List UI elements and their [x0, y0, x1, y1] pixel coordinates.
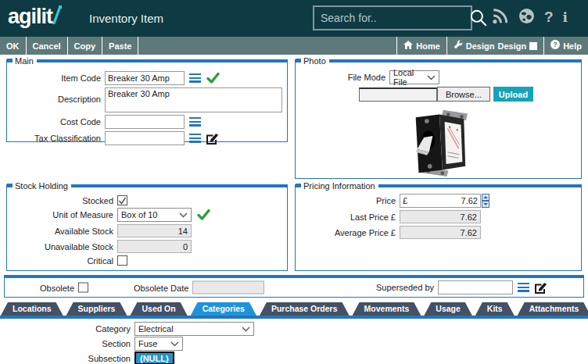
design-button[interactable]: DesignDesign [446, 37, 543, 55]
file-mode-select[interactable]: Local File [389, 70, 439, 84]
ok-button[interactable]: OK [0, 37, 27, 55]
stock-holding-panel: Stock Holding Stocked Unit of Measure Bo… [6, 184, 288, 271]
info-icon[interactable]: i [563, 9, 568, 26]
item-code-lookup-icon[interactable] [189, 73, 201, 83]
last-price-label: Last Price £ [300, 212, 400, 222]
chevron-down-icon [179, 212, 188, 218]
upload-button[interactable]: Upload [493, 87, 533, 102]
legend-bullet [7, 184, 13, 187]
logo-text: agilit [8, 5, 52, 28]
price-input[interactable]: £ 7.62 [400, 194, 481, 208]
stocked-checkbox[interactable] [117, 195, 127, 205]
item-code-input[interactable] [105, 71, 185, 85]
design-checkbox[interactable] [529, 42, 537, 50]
cancel-button[interactable]: Cancel [27, 37, 68, 55]
photo-panel: Photo File Mode Local File Browse... Upl… [295, 59, 582, 179]
item-code-valid-check-icon [206, 73, 220, 84]
cost-code-input[interactable] [105, 115, 185, 129]
tab-categories[interactable]: Categories [191, 302, 256, 316]
file-path-input[interactable] [359, 87, 437, 102]
globe-icon[interactable] [518, 8, 535, 26]
search-input[interactable] [314, 12, 468, 24]
last-price-value: 7.62 [400, 210, 481, 223]
cost-code-lookup-icon[interactable] [189, 117, 201, 127]
subsection-label: Subsection [0, 354, 134, 363]
item-photo-circuit-breaker [402, 108, 477, 178]
agility-logo: agilit/ [8, 5, 59, 29]
unavailable-stock-label: Unavailable Stock [12, 242, 117, 252]
available-stock-value: 14 [117, 224, 192, 237]
paste-button[interactable]: Paste [102, 37, 138, 55]
question-icon[interactable]: ? [544, 9, 554, 26]
available-stock-label: Available Stock [12, 227, 117, 236]
logo-slash: / [52, 5, 59, 28]
main-legend: Main [15, 56, 34, 66]
search-box[interactable] [313, 5, 472, 30]
tax-classification-input[interactable] [105, 131, 185, 145]
tax-classification-edit-icon[interactable] [206, 133, 219, 145]
chevron-down-icon [427, 75, 436, 80]
stocked-label: Stocked [12, 196, 117, 205]
help-button[interactable]: ? Help [543, 37, 588, 55]
superseded-by-input[interactable] [438, 280, 513, 294]
tab-suppliers[interactable]: Suppliers [66, 302, 127, 316]
toolbar-left-group: OK Cancel Copy Paste [0, 37, 138, 55]
toolbar-right-group: Home DesignDesign ? Help [396, 37, 588, 55]
logo-dot [59, 5, 62, 9]
tab-attachments[interactable]: Attachments [518, 302, 588, 316]
legend-bullet [296, 59, 301, 62]
pricing-information-panel: Pricing Information Price £ 7.62 Last Pr… [295, 184, 582, 271]
section-select[interactable]: Fuse [134, 337, 183, 351]
obsolete-checkbox[interactable] [78, 283, 88, 293]
rss-icon[interactable] [492, 8, 509, 26]
tab-usage[interactable]: Usage [424, 302, 472, 316]
uom-valid-check-icon [197, 209, 210, 220]
tab-underline [0, 316, 588, 319]
pricing-legend: Pricing Information [303, 181, 375, 191]
tax-classification-lookup-icon[interactable] [189, 134, 201, 143]
home-button[interactable]: Home [396, 37, 446, 55]
superseded-by-lookup-icon[interactable] [518, 283, 529, 292]
page-title: Inventory Item [89, 12, 163, 25]
unit-of-measure-label: Unit of Measure [12, 210, 117, 219]
svg-text:?: ? [553, 41, 558, 48]
critical-checkbox[interactable] [117, 255, 127, 266]
tab-locations[interactable]: Locations [1, 302, 63, 316]
home-icon [403, 37, 413, 55]
browse-button[interactable]: Browse... [437, 87, 490, 102]
price-spinner[interactable] [482, 194, 489, 208]
detail-tabs: Locations Suppliers Used On Categories P… [1, 302, 587, 316]
subsection-select-focused[interactable]: (NULL) [134, 352, 174, 364]
obsolete-label: Obsolete [40, 283, 78, 292]
obsolete-date-label: Obsolete Date [134, 283, 192, 292]
description-textarea[interactable]: Breaker 30 Amp [105, 87, 282, 112]
header-icon-group: ? i [492, 8, 568, 26]
cost-code-label: Cost Code [12, 117, 105, 127]
superseded-by-edit-icon[interactable] [534, 282, 547, 294]
stock-holding-legend: Stock Holding [15, 181, 68, 191]
obsolete-date-value [192, 281, 264, 294]
critical-label: Critical [12, 256, 117, 266]
tab-kits[interactable]: Kits [475, 302, 514, 316]
chevron-down-icon [170, 341, 179, 347]
tab-movements[interactable]: Movements [353, 302, 421, 316]
legend-bullet [7, 59, 13, 62]
category-label: Category [0, 324, 134, 334]
category-select[interactable]: Electrical [134, 322, 254, 336]
photo-legend: Photo [303, 56, 326, 66]
tab-purchase-orders[interactable]: Purchase Orders [260, 302, 350, 316]
wrench-icon [454, 37, 463, 55]
copy-button[interactable]: Copy [68, 37, 103, 55]
tax-classification-label: Tax Classification [12, 134, 105, 143]
average-price-label: Average Price £ [300, 228, 400, 237]
description-label: Description [12, 95, 105, 104]
file-mode-label: File Mode [300, 73, 389, 82]
toolbar: OK Cancel Copy Paste Home DesignDesign [0, 37, 588, 55]
unit-of-measure-select[interactable]: Box of 10 [117, 208, 192, 222]
superseded-by-label: Superseded by [376, 283, 438, 292]
unavailable-stock-value: 0 [117, 240, 192, 253]
search-icon[interactable] [468, 8, 489, 28]
tab-used-on[interactable]: Used On [130, 302, 187, 316]
app-header: agilit/ Inventory Item [0, 0, 588, 37]
average-price-value: 7.62 [400, 226, 481, 239]
